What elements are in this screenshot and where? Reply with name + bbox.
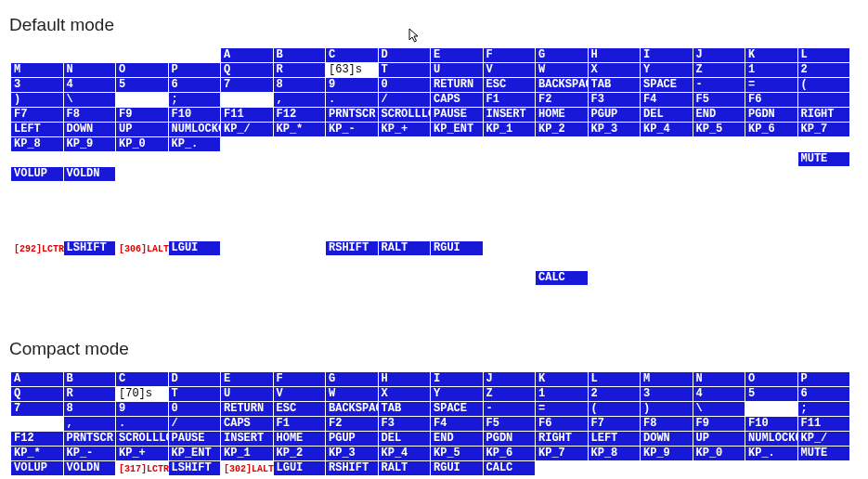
keymap-cell bbox=[693, 182, 746, 196]
keymap-cell: F6 bbox=[745, 93, 798, 107]
keymap-cell bbox=[274, 212, 327, 226]
keymap-cell: END bbox=[431, 432, 484, 446]
keymap-cell: HOME bbox=[274, 432, 327, 446]
keymap-cell bbox=[693, 152, 746, 166]
keymap-cell bbox=[536, 182, 589, 196]
keymap-cell bbox=[431, 197, 484, 211]
keymap-cell: CAPS bbox=[431, 93, 484, 107]
keymap-cell: C bbox=[116, 372, 169, 386]
keymap-cell bbox=[221, 256, 274, 270]
keymap-cell bbox=[326, 152, 379, 166]
keymap-cell bbox=[798, 197, 851, 211]
keymap-cell: KP_2 bbox=[274, 447, 327, 460]
keymap-cell: F5 bbox=[484, 417, 537, 431]
keymap-cell bbox=[641, 167, 693, 181]
keymap-cell: O bbox=[116, 63, 169, 77]
keymap-cell bbox=[745, 402, 798, 416]
keymap-cell bbox=[484, 271, 537, 285]
keymap-cell bbox=[116, 271, 169, 285]
keymap-cell: A bbox=[11, 372, 64, 386]
keymap-cell bbox=[484, 182, 537, 196]
keymap-cell bbox=[64, 271, 117, 285]
keymap-cell: 6 bbox=[169, 78, 222, 92]
keymap-cell: VOLUP bbox=[11, 167, 64, 181]
keymap-cell: INSERT bbox=[484, 108, 537, 122]
keymap-cell: B bbox=[274, 48, 327, 62]
keymap-cell bbox=[745, 227, 798, 240]
keymap-cell bbox=[116, 227, 169, 240]
keymap-cell bbox=[431, 227, 484, 240]
keymap-cell: [302]LALT bbox=[221, 461, 274, 475]
keymap-cell bbox=[589, 241, 641, 255]
keymap-cell: G bbox=[536, 48, 589, 62]
keymap-cell bbox=[589, 256, 641, 270]
keymap-cell: T bbox=[169, 387, 222, 401]
default-mode-heading: Default mode bbox=[9, 15, 859, 35]
keymap-cell bbox=[745, 461, 798, 475]
keymap-cell: LEFT bbox=[11, 123, 64, 136]
keymap-cell bbox=[431, 182, 484, 196]
keymap-cell: RETURN bbox=[431, 78, 484, 92]
keymap-cell: RETURN bbox=[221, 402, 274, 416]
keymap-cell: F4 bbox=[641, 93, 693, 107]
keymap-cell: G bbox=[326, 372, 379, 386]
keymap-cell bbox=[169, 152, 222, 166]
keymap-cell bbox=[11, 197, 64, 211]
keymap-cell: D bbox=[379, 48, 432, 62]
keymap-cell: U bbox=[431, 63, 484, 77]
keymap-cell: CAPS bbox=[221, 417, 274, 431]
keymap-cell: KP_4 bbox=[379, 447, 432, 460]
keymap-cell bbox=[536, 256, 589, 270]
keymap-cell bbox=[169, 212, 222, 226]
keymap-cell: PRNTSCR bbox=[64, 432, 117, 446]
keymap-cell bbox=[589, 182, 641, 196]
keymap-cell bbox=[274, 167, 327, 181]
keymap-cell: ESC bbox=[484, 78, 537, 92]
keymap-cell: INSERT bbox=[221, 432, 274, 446]
keymap-cell: KP_/ bbox=[221, 123, 274, 136]
keymap-cell: D bbox=[169, 372, 222, 386]
keymap-cell bbox=[64, 182, 117, 196]
keymap-cell: L bbox=[589, 372, 641, 386]
keymap-cell: VOLDN bbox=[64, 461, 117, 475]
keymap-cell bbox=[589, 461, 641, 475]
keymap-cell: LGUI bbox=[169, 241, 222, 255]
keymap-cell bbox=[589, 167, 641, 181]
keymap-cell bbox=[11, 256, 64, 270]
keymap-cell: 3 bbox=[641, 387, 693, 401]
keymap-cell bbox=[536, 197, 589, 211]
keymap-cell: W bbox=[536, 63, 589, 77]
keymap-cell: RSHIFT bbox=[326, 241, 379, 255]
keymap-cell bbox=[484, 197, 537, 211]
keymap-cell: / bbox=[379, 93, 432, 107]
keymap-cell bbox=[798, 271, 851, 285]
keymap-cell: 5 bbox=[745, 387, 798, 401]
keymap-cell: SCROLLLO bbox=[116, 432, 169, 446]
keymap-cell: Y bbox=[431, 387, 484, 401]
keymap-cell: UP bbox=[116, 123, 169, 136]
keymap-cell: LGUI bbox=[274, 461, 327, 475]
keymap-cell: ; bbox=[798, 402, 851, 416]
keymap-cell bbox=[274, 182, 327, 196]
keymap-cell bbox=[379, 256, 432, 270]
keymap-cell bbox=[641, 197, 693, 211]
keymap-cell bbox=[536, 152, 589, 166]
keymap-cell: . bbox=[116, 417, 169, 431]
keymap-cell bbox=[798, 256, 851, 270]
keymap-cell bbox=[484, 227, 537, 240]
keymap-cell: [306]LALT bbox=[116, 241, 169, 255]
keymap-cell bbox=[326, 137, 379, 151]
keymap-cell: X bbox=[589, 63, 641, 77]
keymap-cell: KP_. bbox=[169, 137, 222, 151]
keymap-cell bbox=[116, 167, 169, 181]
keymap-cell bbox=[536, 167, 589, 181]
keymap-cell: F8 bbox=[641, 417, 693, 431]
keymap-cell bbox=[641, 461, 693, 475]
keymap-cell bbox=[221, 212, 274, 226]
keymap-cell bbox=[64, 256, 117, 270]
compact-mode-heading: Compact mode bbox=[9, 339, 859, 359]
keymap-cell: SCROLLLO bbox=[379, 108, 432, 122]
keymap-cell bbox=[326, 197, 379, 211]
keymap-cell: V bbox=[274, 387, 327, 401]
keymap-cell: F8 bbox=[64, 108, 117, 122]
